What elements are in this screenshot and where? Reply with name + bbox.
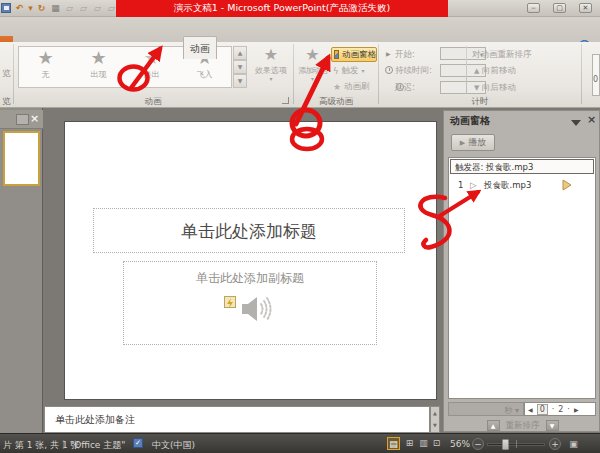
close-panel-icon[interactable]: × (30, 112, 39, 125)
slide-canvas[interactable]: 单击此处添加标题 单击此处添加副标题 (64, 121, 437, 400)
reorder-controls: ▲ 重新排序 ▼ (444, 419, 600, 432)
partial-spinner-cutoff: 0 (592, 54, 600, 96)
duration-label: 持续时间: (395, 65, 432, 77)
trigger-marker-icon (562, 179, 572, 191)
reorder-animation-label: 对动画重新排序 (472, 49, 532, 61)
grid-icon[interactable]: ▦ (50, 3, 61, 14)
pane-menu-icon[interactable] (571, 120, 581, 126)
timeline-tick: · (567, 405, 570, 414)
timeline-end-value: 2 (558, 405, 563, 414)
animation-pane-icon (334, 50, 339, 59)
gallery-item-fade[interactable]: ★ 淡出 (125, 47, 178, 87)
close-button[interactable]: ✕ (579, 3, 592, 13)
spellcheck-icon[interactable]: ✓ (133, 438, 143, 448)
theme-name[interactable]: "Office 主题" (70, 439, 125, 452)
effect-options-star-icon: ★ (250, 46, 292, 64)
gallery-more-icon[interactable]: ▼ (233, 74, 247, 88)
animation-pane-title: 动画窗格 (450, 114, 490, 128)
animation-painter-button[interactable]: ★ 动画刷 (331, 79, 370, 94)
normal-view-icon[interactable]: ▤ (387, 437, 400, 450)
seconds-dropdown[interactable]: 秒 ▾ (448, 402, 524, 416)
tab-animations[interactable]: 动画 (183, 36, 217, 59)
timeline-scrollbar[interactable]: ◀ 0 · 2 · ▶ (524, 402, 596, 416)
notes-area[interactable]: 单击此处添加备注 (44, 406, 430, 433)
play-icon: ▶ (460, 139, 465, 147)
fade-star-icon: ★ (125, 48, 178, 68)
duration-clock-icon (385, 66, 393, 74)
chevron-down-icon: ▾ (250, 76, 292, 81)
painter-star-icon: ★ (333, 82, 341, 92)
subtitle-placeholder[interactable]: 单击此处添加副标题 (123, 261, 377, 345)
group-divider (378, 44, 379, 104)
zoom-in-icon[interactable]: + (549, 438, 561, 450)
up-triangle-icon: ▲ (474, 67, 479, 75)
timeline-start-value: 0 (537, 404, 548, 415)
group-icon: ▱ (64, 3, 75, 14)
play-button[interactable]: ▶ 播放 (451, 134, 495, 151)
move-earlier-button[interactable]: ▲ 向前移动 (474, 65, 516, 77)
gallery-down-icon[interactable]: ▼ (233, 60, 247, 74)
pane-close-icon[interactable]: × (587, 113, 596, 126)
gallery-item-none[interactable]: ★ 无 (19, 47, 72, 87)
title-placeholder[interactable]: 单击此处添加标题 (93, 208, 405, 253)
window-title: 演示文稿1 - Microsoft PowerPoint(产品激活失败) (116, 0, 448, 17)
bring-forward-icon: ▱ (78, 3, 89, 14)
slides-tab-icon[interactable] (16, 114, 29, 125)
gallery-item-appear[interactable]: ★ 出现 (72, 47, 125, 87)
chevron-down-icon: ▾ (362, 68, 365, 73)
fit-to-window-icon[interactable]: ▣ (567, 438, 580, 451)
undo-dropdown-icon[interactable]: ▾ (28, 3, 33, 14)
reorder-label: 重新排序 (506, 420, 540, 432)
start-play-icon: ▶ (386, 50, 391, 57)
slide-counter: 片 第 1 张, 共 1 张 (3, 439, 79, 452)
slideshow-icon[interactable]: ⊡ (430, 437, 443, 450)
chevron-down-icon: ▾ (296, 76, 329, 81)
audio-object[interactable] (224, 294, 280, 324)
zoom-out-icon[interactable]: − (472, 438, 484, 450)
trigger-header[interactable]: 触发器: 投食歌.mp3 (450, 159, 594, 174)
window-controls: ‒ ▢ ✕ (527, 3, 592, 13)
timeline-tick: · (552, 405, 555, 414)
animation-item-index: 1 (458, 180, 463, 190)
gallery-up-icon[interactable]: ▲ (233, 46, 247, 60)
save-icon[interactable] (1, 3, 11, 13)
gallery-scrollbar: ▲ ▼ ▼ (233, 46, 247, 88)
notes-scrollbar[interactable]: ▲▼ (430, 406, 440, 433)
minimize-button[interactable]: ‒ (527, 3, 540, 13)
subtitle-placeholder-text: 单击此处添加副标题 (196, 271, 304, 285)
timeline-left-icon[interactable]: ◀ (528, 406, 533, 413)
animation-pane-button[interactable]: 动画窗格 (331, 47, 377, 62)
speaker-icon (240, 294, 274, 324)
zoom-slider-notch (516, 440, 517, 448)
lightning-icon: ϟ (333, 66, 339, 76)
dialog-launcher-icon[interactable] (282, 97, 289, 104)
separator: | (62, 439, 65, 449)
animation-item-label: 投食歌.mp3 (484, 180, 531, 192)
down-triangle-icon: ▼ (474, 84, 479, 92)
animation-item[interactable]: 1 ▷ 投食歌.mp3 (450, 177, 594, 193)
notes-placeholder-text: 单击此处添加备注 (55, 414, 135, 425)
slides-panel-tabs: × (0, 110, 43, 129)
preview-group-label-partial: 览 (2, 96, 11, 108)
reading-view-icon[interactable]: ▥ (417, 437, 430, 450)
start-label: 开始: (395, 49, 415, 61)
quick-access-toolbar: ↶ ▾ ↻ ▦ ▱ ▱ ▱ ▱ |▾ (1, 2, 131, 14)
effect-options-button[interactable]: ★ 效果选项 ▾ (250, 46, 292, 81)
add-animation-button[interactable]: ★ 添加动画 ▾ (296, 46, 329, 81)
move-later-button[interactable]: ▼ 向后移动 (474, 82, 516, 94)
undo-icon[interactable]: ↶ (14, 3, 25, 14)
zoom-slider-thumb[interactable] (502, 439, 509, 450)
reorder-up-icon[interactable]: ▲ (487, 420, 500, 431)
timeline-right-icon[interactable]: ▶ (574, 406, 579, 413)
language-status[interactable]: 中文(中国) (152, 439, 195, 452)
send-backward-icon: ▱ (92, 3, 103, 14)
animation-pane: 动画窗格 × ▶ 播放 触发器: 投食歌.mp3 1 ▷ 投食歌.mp3 秒 ▾… (443, 110, 600, 432)
slide-thumbnail-1[interactable] (3, 131, 40, 186)
redo-icon[interactable]: ↻ (36, 3, 47, 14)
trigger-button[interactable]: ϟ 触发▾ (331, 63, 365, 78)
maximize-button[interactable]: ▢ (553, 3, 566, 13)
slide-sorter-icon[interactable]: ⊞ (403, 437, 416, 450)
preview-button-partial[interactable]: 览 (2, 68, 11, 80)
reorder-down-icon[interactable]: ▼ (546, 420, 559, 431)
animation-list: 触发器: 投食歌.mp3 1 ▷ 投食歌.mp3 (448, 157, 596, 399)
